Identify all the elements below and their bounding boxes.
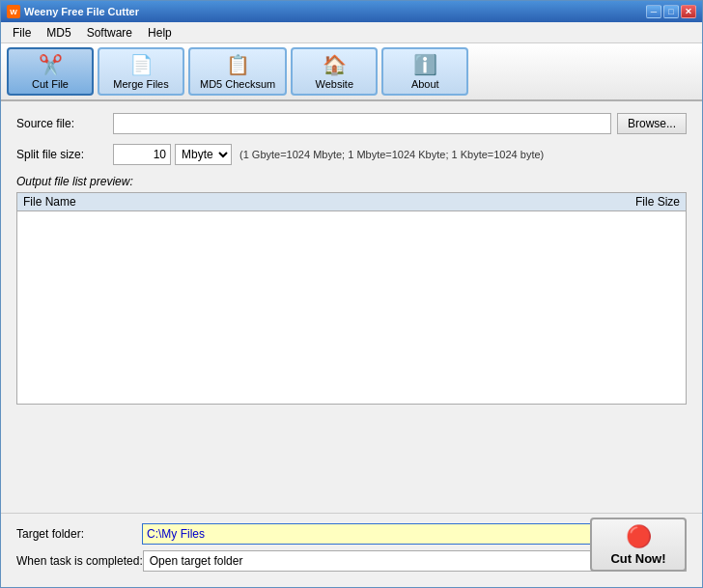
maximize-button[interactable]: □	[663, 5, 679, 18]
main-window: W Weeny Free File Cutter ─ □ ✕ File MD5 …	[0, 0, 703, 588]
menu-software[interactable]: Software	[79, 24, 140, 42]
menu-help[interactable]: Help	[140, 24, 180, 42]
content-area: Source file: Browse... Split file size: …	[1, 101, 702, 587]
cut-file-icon: ✂️	[37, 53, 64, 76]
cut-file-label: Cut File	[32, 78, 69, 90]
title-bar: W Weeny Free File Cutter ─ □ ✕	[1, 1, 702, 22]
menu-file[interactable]: File	[5, 24, 39, 42]
target-folder-input[interactable]	[142, 523, 663, 545]
toolbar: ✂️ Cut File 📄 Merge Files 📋 MD5 Checksum…	[1, 43, 702, 101]
source-file-input[interactable]	[113, 113, 611, 134]
cut-now-label: Cut Now!	[610, 551, 665, 566]
col-filesize-header: File Size	[583, 195, 680, 209]
bottom-section: Target folder: 📁 When task is completed:…	[1, 513, 702, 587]
toolbar-merge-files[interactable]: 📄 Merge Files	[98, 47, 184, 96]
merge-files-label: Merge Files	[113, 78, 168, 90]
merge-files-icon: 📄	[127, 53, 155, 76]
menu-bar: File MD5 Software Help	[1, 22, 702, 43]
toolbar-about[interactable]: ℹ️ About	[381, 47, 468, 96]
md5-checksum-icon: 📋	[224, 53, 251, 76]
about-label: About	[411, 78, 439, 90]
preview-table: File Name File Size	[16, 192, 687, 405]
target-folder-row: Target folder: 📁	[16, 523, 687, 545]
target-folder-label: Target folder:	[16, 527, 142, 541]
col-filename-header: File Name	[23, 195, 583, 209]
main-content: Source file: Browse... Split file size: …	[1, 101, 702, 416]
split-size-label: Split file size:	[16, 148, 113, 161]
completion-label: When task is completed:	[16, 554, 143, 568]
title-bar-controls: ─ □ ✕	[646, 5, 696, 18]
split-size-input[interactable]	[113, 144, 171, 165]
minimize-button[interactable]: ─	[646, 5, 661, 18]
toolbar-cut-file[interactable]: ✂️ Cut File	[7, 47, 94, 96]
preview-label: Output file list preview:	[16, 175, 687, 188]
app-icon: W	[7, 5, 20, 18]
menu-md5[interactable]: MD5	[39, 24, 78, 42]
close-button[interactable]: ✕	[681, 5, 696, 18]
website-label: Website	[315, 78, 353, 90]
cut-now-icon: 🔴	[626, 524, 652, 549]
about-icon: ℹ️	[411, 53, 438, 76]
md5-checksum-label: MD5 Checksum	[200, 78, 275, 90]
source-file-row: Source file: Browse...	[16, 113, 687, 134]
window-title: Weeny Free File Cutter	[24, 6, 139, 17]
split-unit-select[interactable]: Kbyte Mbyte Gbyte	[175, 144, 232, 165]
cut-now-button[interactable]: 🔴 Cut Now!	[590, 518, 687, 572]
toolbar-website[interactable]: 🏠 Website	[291, 47, 378, 96]
title-bar-left: W Weeny Free File Cutter	[7, 5, 139, 18]
split-hint: (1 Gbyte=1024 Mbyte; 1 Mbyte=1024 Kbyte;…	[239, 149, 544, 160]
website-icon: 🏠	[321, 53, 348, 76]
split-size-row: Split file size: Kbyte Mbyte Gbyte (1 Gb…	[16, 144, 687, 165]
preview-table-header: File Name File Size	[17, 193, 686, 211]
completion-row: When task is completed: Open target fold…	[16, 550, 687, 572]
toolbar-md5-checksum[interactable]: 📋 MD5 Checksum	[188, 47, 287, 96]
source-file-label: Source file:	[16, 117, 113, 130]
browse-button[interactable]: Browse...	[617, 113, 687, 134]
